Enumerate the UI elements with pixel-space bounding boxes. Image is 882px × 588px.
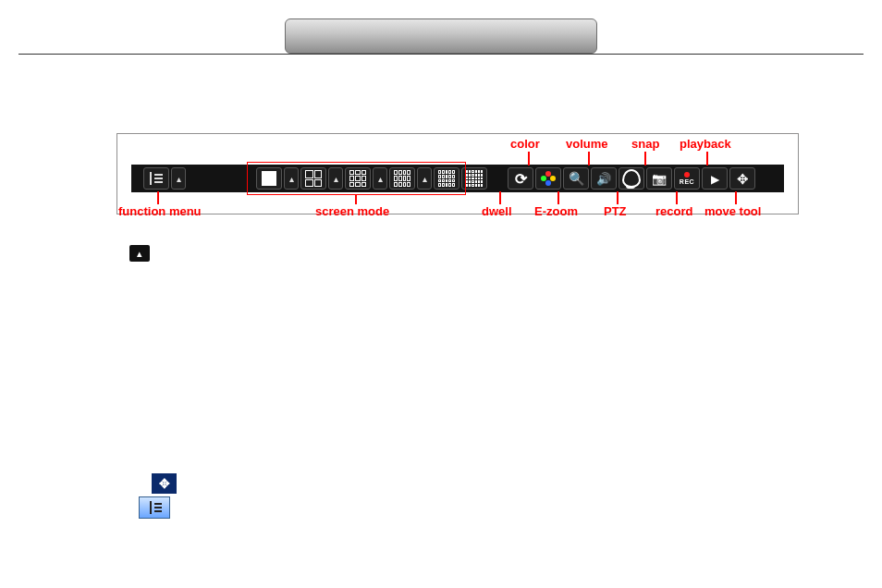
snap-button[interactable] [646,167,672,190]
movetool-line [735,191,737,204]
volume-icon [596,172,611,185]
ezoom-line [557,191,559,204]
header-tab [285,18,597,54]
rec-icon: REC [680,172,694,185]
snap-line [644,152,646,165]
record-label: record [655,204,692,218]
camera-icon [652,172,667,185]
color-line [528,152,530,165]
playback-label: playback [680,137,731,151]
inline-move-icon: ✥ [152,473,177,494]
list-icon [150,172,163,185]
magnifier-icon [569,172,584,185]
ptz-dome-icon [622,169,641,188]
move-tool-button[interactable] [729,167,755,190]
play-icon [711,172,719,185]
ptz-button[interactable] [619,167,644,190]
dwell-button[interactable] [508,167,533,190]
ezoom-label: E-zoom [534,204,578,218]
color-button[interactable] [535,167,561,190]
screen-mode-line [355,194,357,204]
ptz-line [617,191,619,204]
ezoom-button[interactable] [563,167,589,190]
screen-mode-highlight [247,162,466,195]
header-rule [18,54,864,55]
dwell-line [499,191,501,204]
volume-label: volume [566,137,608,151]
function-menu-button[interactable] [143,167,169,190]
color-label: color [510,137,540,151]
function-menu-line [157,191,159,204]
dwell-icon [512,170,529,187]
volume-button[interactable] [591,167,617,190]
function-menu-dropdown[interactable] [171,167,186,190]
record-line [676,191,678,204]
inline-function-menu-icon [139,496,170,519]
function-menu-label: function menu [118,204,202,218]
ptz-label: PTZ [604,204,627,218]
playback-button[interactable] [702,167,728,190]
snap-label: snap [631,137,659,151]
screen-mode-label: screen mode [315,204,389,218]
grid-6x5-icon [466,170,483,187]
inline-dropdown-icon: ▴ [129,245,150,262]
move-tool-label: move tool [704,204,761,218]
dwell-label: dwell [482,204,512,218]
playback-line [706,152,708,165]
volume-line [588,152,590,165]
record-button[interactable]: REC [674,167,700,190]
color-wheel-icon [541,171,556,186]
move-icon [737,172,749,186]
